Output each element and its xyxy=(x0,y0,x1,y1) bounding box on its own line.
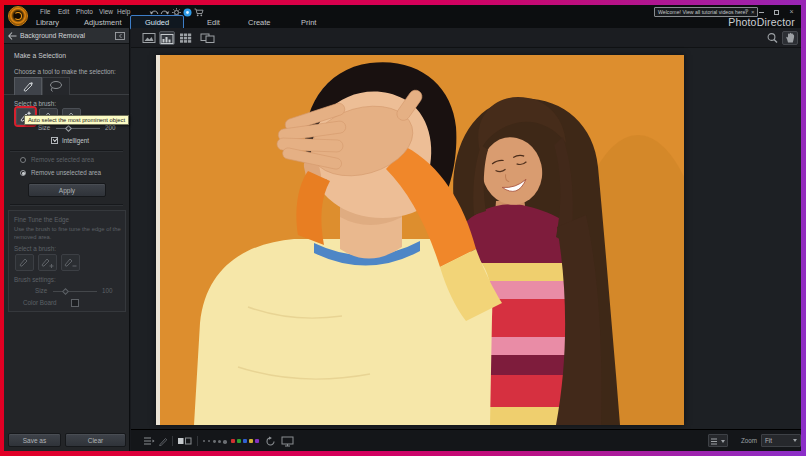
shopping-cart-icon[interactable] xyxy=(194,8,204,17)
pen-tool-icon[interactable] xyxy=(158,436,168,446)
photo-viewer-icon xyxy=(142,32,156,44)
close-button[interactable]: × xyxy=(786,7,797,16)
before-after-toggle-icon[interactable] xyxy=(177,436,193,446)
color-board-checkbox xyxy=(71,299,79,307)
tool-tab-lasso[interactable] xyxy=(42,77,70,95)
brush-plus-icon xyxy=(39,255,56,270)
grid-view-icon xyxy=(179,32,192,44)
remove-selected-radio[interactable] xyxy=(20,157,26,163)
fine-tune-size-slider-handle xyxy=(62,287,69,294)
grid-view-button[interactable] xyxy=(177,31,193,45)
mask-color-blue[interactable] xyxy=(243,439,247,443)
background-removal-panel: Background Removal Make a Selection Choo… xyxy=(4,28,130,451)
tab-library[interactable]: Library xyxy=(36,18,59,27)
menu-photo[interactable]: Photo xyxy=(76,8,93,15)
fine-tune-size-slider-track xyxy=(53,291,97,292)
fine-tune-brush-button xyxy=(15,254,34,271)
menu-view[interactable]: View xyxy=(99,8,113,15)
brush-size-dot[interactable] xyxy=(213,440,216,443)
brush-tool-icon xyxy=(15,78,41,94)
brush-size-dot[interactable] xyxy=(208,440,210,442)
dual-screen-icon xyxy=(200,32,215,44)
list-icon xyxy=(711,438,720,445)
refresh-icon[interactable] xyxy=(265,436,276,447)
notification-text: Welcome! View all tutorial videos here! xyxy=(658,9,747,15)
tab-print[interactable]: Print xyxy=(301,18,316,27)
fine-tune-section: Fine Tune the Edge Use the brush to fine… xyxy=(8,210,126,312)
view-toolbar xyxy=(131,28,801,48)
display-icon[interactable] xyxy=(281,436,294,447)
brand-title: PhotoDirector xyxy=(728,16,795,28)
back-arrow-icon[interactable] xyxy=(8,32,17,40)
lasso-tool-icon xyxy=(43,78,69,94)
brush-settings-label: Brush settings: xyxy=(14,276,56,283)
menu-edit[interactable]: Edit xyxy=(58,8,69,15)
fine-tune-add-brush-button xyxy=(38,254,57,271)
size-slider-track[interactable] xyxy=(56,128,100,129)
layer-list-icon[interactable] xyxy=(143,436,155,446)
app-logo-icon xyxy=(8,6,28,26)
chevron-down-icon xyxy=(793,439,797,442)
learn-center-icon[interactable] xyxy=(183,8,193,17)
zoom-tool-button[interactable] xyxy=(764,31,780,45)
fine-tune-description-2: removed area. xyxy=(14,234,51,240)
brush-size-dot[interactable] xyxy=(223,440,227,444)
help-button[interactable]: ? xyxy=(741,7,752,16)
zoom-level-value: Fit xyxy=(765,437,772,444)
photo-illustration xyxy=(156,55,684,425)
color-board-label: Color Board xyxy=(23,299,57,306)
intelligent-checkbox[interactable] xyxy=(51,137,58,144)
main-area: Zoom Fit xyxy=(131,28,801,451)
photo-canvas[interactable] xyxy=(131,48,801,429)
maximize-button[interactable] xyxy=(771,7,782,16)
intelligent-label: Intelligent xyxy=(62,137,89,144)
mask-color-red[interactable] xyxy=(231,439,235,443)
fine-tune-size-value: 100 xyxy=(102,287,113,294)
tab-create[interactable]: Create xyxy=(248,18,271,27)
chevron-down-icon xyxy=(721,440,725,443)
minimize-icon xyxy=(759,12,764,13)
maximize-icon xyxy=(774,10,779,15)
menu-help[interactable]: Help xyxy=(117,8,130,15)
photo-couple-image[interactable] xyxy=(156,55,684,425)
pan-tool-button[interactable] xyxy=(782,31,798,45)
remove-selected-label: Remove selected area xyxy=(31,156,94,163)
clear-button[interactable]: Clear xyxy=(65,433,126,447)
remove-unselected-radio[interactable] xyxy=(20,170,26,176)
tab-edit[interactable]: Edit xyxy=(207,18,220,27)
radio-dot xyxy=(22,172,25,175)
fine-tune-size-label: Size xyxy=(35,287,47,294)
brush-size-dot[interactable] xyxy=(218,440,221,443)
divider xyxy=(172,436,173,446)
tool-tab-brush[interactable] xyxy=(14,77,42,95)
minimize-button[interactable] xyxy=(756,7,767,16)
collapse-panel-icon[interactable] xyxy=(115,32,125,40)
tab-adjustment[interactable]: Adjustment xyxy=(84,18,122,27)
fine-tune-heading: Fine Tune the Edge xyxy=(14,216,69,223)
size-slider-handle[interactable] xyxy=(65,124,72,131)
brush-size-dot[interactable] xyxy=(203,440,205,442)
mask-color-yellow[interactable] xyxy=(249,439,253,443)
save-as-button[interactable]: Save as xyxy=(8,433,61,447)
viewer-mode-button[interactable] xyxy=(141,31,157,45)
menu-file[interactable]: File xyxy=(40,8,50,15)
size-label: Size xyxy=(38,124,50,131)
fine-tune-select-brush-label: Select a brush: xyxy=(14,245,56,252)
auto-brush-tooltip: Auto select the most prominent object xyxy=(24,115,129,125)
photo-histogram-icon xyxy=(160,33,174,45)
apply-button[interactable]: Apply xyxy=(28,183,106,197)
mask-color-green[interactable] xyxy=(237,439,241,443)
fine-tune-description-1: Use the brush to fine tune the edge of t… xyxy=(14,226,121,232)
brush-icon xyxy=(16,255,33,270)
divider xyxy=(197,436,198,446)
hand-icon xyxy=(784,32,796,44)
zoom-level-dropdown[interactable]: Fit xyxy=(761,434,801,447)
mask-color-purple[interactable] xyxy=(255,439,259,443)
divider xyxy=(10,150,123,151)
select-brush-label: Select a brush: xyxy=(14,100,56,107)
zoom-label: Zoom xyxy=(741,437,757,444)
viewer-with-panel-mode-button[interactable] xyxy=(159,31,175,45)
photodirector-window: File Edit Photo View Help Welcome! View … xyxy=(4,5,801,451)
compare-view-button[interactable] xyxy=(199,31,215,45)
view-options-button[interactable] xyxy=(708,434,728,447)
